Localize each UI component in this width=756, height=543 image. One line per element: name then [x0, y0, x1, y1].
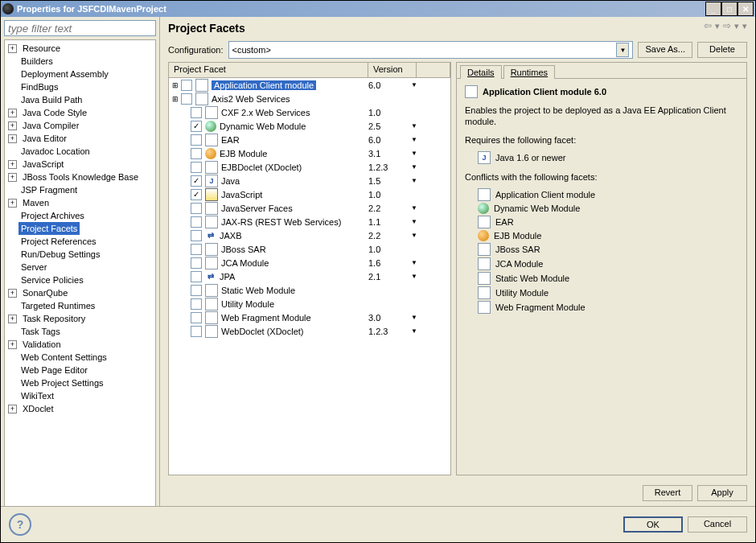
facet-row[interactable]: Web Fragment Module3.0▼	[169, 311, 450, 324]
facet-row[interactable]: ⊞Axis2 Web Services	[169, 92, 450, 105]
facet-checkbox[interactable]	[191, 148, 202, 159]
version-dropdown-icon[interactable]: ▼	[407, 177, 421, 184]
facet-checkbox[interactable]	[191, 175, 202, 187]
facet-checkbox[interactable]	[191, 121, 202, 132]
facet-checkbox[interactable]	[191, 230, 202, 241]
nav-item[interactable]: Run/Debug Settings	[5, 248, 155, 261]
facet-row[interactable]: JavaScript1.0	[169, 187, 450, 201]
nav-item[interactable]: Deployment Assembly	[5, 68, 155, 80]
close-button[interactable]: ✕	[738, 2, 754, 16]
tab-runtimes[interactable]: Runtimes	[503, 65, 555, 79]
facet-row[interactable]: Static Web Module	[169, 283, 450, 297]
facet-row[interactable]: JPA2.1▼	[169, 269, 450, 283]
nav-item[interactable]: Service Policies	[5, 274, 155, 286]
nav-item[interactable]: +Validation	[5, 338, 155, 351]
save-as-button[interactable]: Save As...	[638, 42, 692, 58]
nav-item[interactable]: JSP Fragment	[5, 183, 155, 196]
facet-checkbox[interactable]	[191, 189, 202, 200]
facet-checkbox[interactable]	[191, 107, 202, 118]
nav-item[interactable]: Task Tags	[5, 325, 155, 338]
nav-item[interactable]: +Maven	[5, 196, 155, 209]
facet-checkbox[interactable]	[191, 216, 202, 228]
nav-item[interactable]: +Java Code Style	[5, 106, 155, 119]
maximize-button[interactable]: □	[721, 2, 738, 16]
facet-checkbox[interactable]	[191, 257, 202, 269]
facet-checkbox[interactable]	[191, 298, 202, 310]
version-dropdown-icon[interactable]: ▼	[407, 204, 421, 212]
facet-checkbox[interactable]	[191, 134, 202, 146]
facet-row[interactable]: Dynamic Web Module2.5▼	[169, 119, 450, 133]
version-dropdown-icon[interactable]: ▼	[407, 327, 421, 335]
facet-row[interactable]: JAX-RS (REST Web Services)1.1▼	[169, 215, 450, 228]
facet-row[interactable]: JAXB2.2▼	[169, 228, 450, 242]
nav-item[interactable]: FindBugs	[5, 80, 155, 93]
facet-row[interactable]: JBoss SAR1.0	[169, 242, 450, 256]
nav-item[interactable]: Project Facets	[5, 222, 155, 235]
nav-item[interactable]: Javadoc Location	[5, 145, 155, 158]
nav-tree[interactable]: +ResourceBuildersDeployment AssemblyFind…	[4, 39, 156, 506]
facet-checkbox[interactable]	[181, 80, 192, 91]
nav-item[interactable]: Web Project Settings	[5, 376, 155, 389]
nav-item[interactable]: +Resource	[5, 42, 155, 55]
cancel-button[interactable]: Cancel	[688, 516, 747, 533]
menu-icon[interactable]: ▾	[742, 21, 747, 31]
version-dropdown-icon[interactable]: ▼	[407, 232, 421, 239]
facet-row[interactable]: ⊞Application Client module6.0▼	[169, 78, 450, 92]
col-version[interactable]: Version	[368, 63, 417, 77]
facet-checkbox[interactable]	[191, 162, 202, 173]
facet-checkbox[interactable]	[191, 203, 202, 214]
facet-row[interactable]: WebDoclet (XDoclet)1.2.3▼	[169, 324, 450, 338]
facet-row[interactable]: EJB Module3.1▼	[169, 146, 450, 160]
version-dropdown-icon[interactable]: ▼	[407, 163, 421, 171]
facet-checkbox[interactable]	[191, 312, 202, 323]
version-dropdown-icon[interactable]: ▼	[407, 81, 421, 88]
back-icon[interactable]: ⇦	[704, 20, 712, 31]
facet-checkbox[interactable]	[191, 271, 202, 282]
version-dropdown-icon[interactable]: ▼	[407, 150, 421, 157]
combo-dropdown-icon[interactable]: ▼	[616, 43, 629, 57]
version-dropdown-icon[interactable]: ▼	[407, 218, 421, 225]
nav-item[interactable]: Project References	[5, 235, 155, 248]
filter-input[interactable]	[4, 20, 156, 36]
nav-item[interactable]: Builders	[5, 55, 155, 68]
facet-row[interactable]: JCA Module1.6▼	[169, 256, 450, 269]
nav-item[interactable]: +Java Editor	[5, 132, 155, 145]
nav-item[interactable]: Project Archives	[5, 209, 155, 222]
apply-button[interactable]: Apply	[697, 485, 747, 501]
nav-item[interactable]: Java Build Path	[5, 93, 155, 106]
nav-item[interactable]: Web Page Editor	[5, 364, 155, 376]
facet-row[interactable]: CXF 2.x Web Services1.0	[169, 105, 450, 119]
facet-checkbox[interactable]	[191, 285, 202, 296]
forward-icon[interactable]: ⇨	[723, 20, 731, 31]
facet-row[interactable]: EJBDoclet (XDoclet)1.2.3▼	[169, 160, 450, 174]
tab-details[interactable]: Details	[460, 65, 502, 79]
nav-item[interactable]: +SonarQube	[5, 286, 155, 299]
version-dropdown-icon[interactable]: ▼	[407, 259, 421, 266]
facet-checkbox[interactable]	[191, 244, 202, 255]
facet-row[interactable]: Java1.5▼	[169, 174, 450, 187]
facet-row[interactable]: Utility Module	[169, 297, 450, 311]
nav-item[interactable]: +JBoss Tools Knowledge Base	[5, 171, 155, 183]
facet-checkbox[interactable]	[181, 93, 192, 105]
facet-checkbox[interactable]	[191, 326, 202, 337]
col-project-facet[interactable]: Project Facet	[169, 63, 368, 77]
nav-item[interactable]: Targeted Runtimes	[5, 299, 155, 312]
nav-item[interactable]: +Java Compiler	[5, 119, 155, 132]
nav-item[interactable]: +JavaScript	[5, 158, 155, 171]
version-dropdown-icon[interactable]: ▼	[407, 273, 421, 280]
help-icon[interactable]: ?	[9, 513, 31, 536]
nav-item[interactable]: Server	[5, 261, 155, 274]
ok-button[interactable]: OK	[623, 516, 683, 533]
nav-item[interactable]: +Task Repository	[5, 312, 155, 325]
delete-button[interactable]: Delete	[697, 42, 747, 58]
version-dropdown-icon[interactable]: ▼	[407, 136, 421, 143]
facet-row[interactable]: JavaServer Faces2.2▼	[169, 201, 450, 215]
version-dropdown-icon[interactable]: ▼	[407, 314, 421, 321]
nav-item[interactable]: WikiText	[5, 389, 155, 402]
facet-row[interactable]: EAR6.0▼	[169, 133, 450, 146]
configuration-combo[interactable]: <custom> ▼	[228, 41, 634, 59]
minimize-button[interactable]: _	[705, 2, 721, 16]
version-dropdown-icon[interactable]: ▼	[407, 122, 421, 130]
nav-item[interactable]: +XDoclet	[5, 402, 155, 415]
nav-item[interactable]: Web Content Settings	[5, 351, 155, 364]
